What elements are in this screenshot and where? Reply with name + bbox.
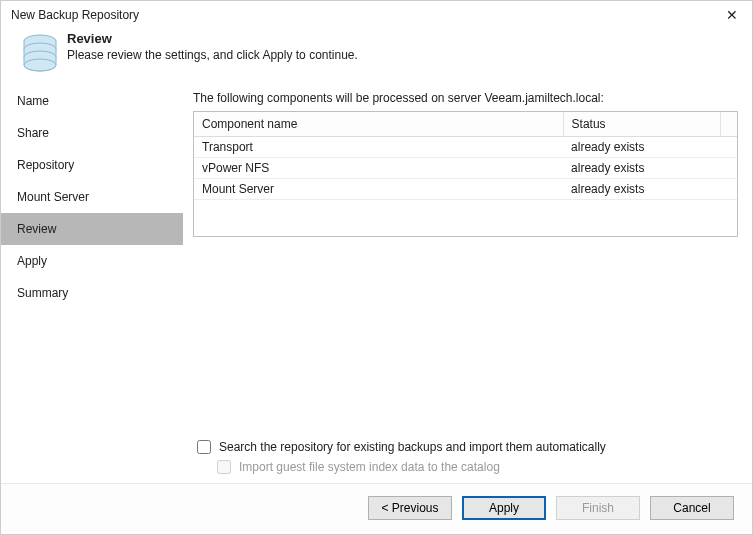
import-index-label: Import guest file system index data to t… <box>239 460 500 474</box>
repository-icon <box>13 31 67 73</box>
wizard-header: Review Please review the settings, and c… <box>1 27 752 85</box>
table-row[interactable]: Mount Server already exists <box>194 179 737 200</box>
column-header-name[interactable]: Component name <box>194 112 563 137</box>
wizard-footer: < Previous Apply Finish Cancel <box>1 483 752 532</box>
window-title: New Backup Repository <box>11 8 139 22</box>
sidebar-item-name[interactable]: Name <box>1 85 183 117</box>
table-row-empty <box>194 218 737 236</box>
search-repository-option[interactable]: Search the repository for existing backu… <box>193 437 738 457</box>
import-index-option: Import guest file system index data to t… <box>193 457 738 477</box>
apply-button[interactable]: Apply <box>462 496 546 520</box>
sidebar-item-review[interactable]: Review <box>1 213 183 245</box>
column-header-spare <box>720 112 737 137</box>
wizard-content: The following components will be process… <box>183 85 752 483</box>
components-intro: The following components will be process… <box>193 91 738 105</box>
cell-status: already exists <box>563 158 720 179</box>
options-panel: Search the repository for existing backu… <box>193 425 738 483</box>
sidebar-item-mount-server[interactable]: Mount Server <box>1 181 183 213</box>
sidebar-item-repository[interactable]: Repository <box>1 149 183 181</box>
sidebar-item-summary[interactable]: Summary <box>1 277 183 309</box>
table-row-empty <box>194 200 737 218</box>
cell-name: Mount Server <box>194 179 563 200</box>
cell-status: already exists <box>563 137 720 158</box>
import-index-checkbox <box>217 460 231 474</box>
cell-name: vPower NFS <box>194 158 563 179</box>
page-subheading: Please review the settings, and click Ap… <box>67 48 358 62</box>
titlebar: New Backup Repository ✕ <box>1 1 752 27</box>
wizard-sidebar: Name Share Repository Mount Server Revie… <box>1 85 183 483</box>
page-heading: Review <box>67 31 358 46</box>
sidebar-item-apply[interactable]: Apply <box>1 245 183 277</box>
cell-name: Transport <box>194 137 563 158</box>
components-table: Component name Status Transport already … <box>193 111 738 237</box>
previous-button[interactable]: < Previous <box>368 496 452 520</box>
cancel-button[interactable]: Cancel <box>650 496 734 520</box>
svg-point-3 <box>24 59 56 71</box>
cell-status: already exists <box>563 179 720 200</box>
table-row[interactable]: Transport already exists <box>194 137 737 158</box>
finish-button: Finish <box>556 496 640 520</box>
sidebar-item-share[interactable]: Share <box>1 117 183 149</box>
table-row[interactable]: vPower NFS already exists <box>194 158 737 179</box>
close-icon[interactable]: ✕ <box>722 7 742 23</box>
column-header-status[interactable]: Status <box>563 112 720 137</box>
search-repository-checkbox[interactable] <box>197 440 211 454</box>
search-repository-label: Search the repository for existing backu… <box>219 440 606 454</box>
